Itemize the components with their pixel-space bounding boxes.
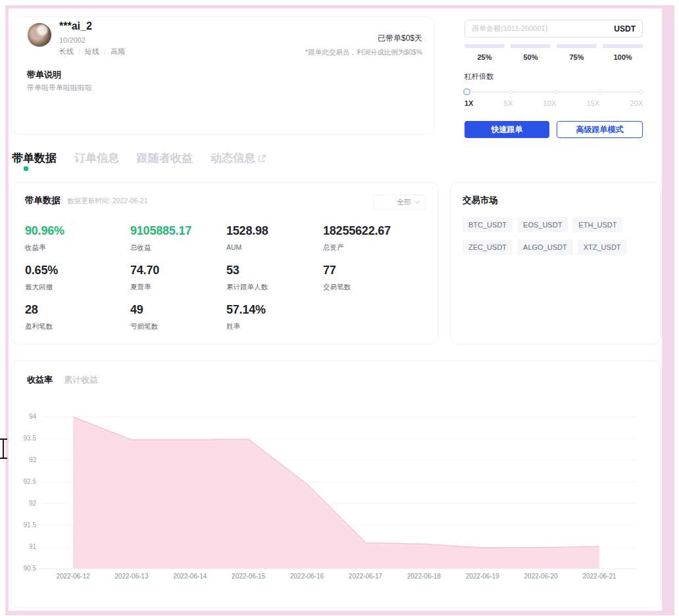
- percent-option-75[interactable]: 75%: [557, 44, 597, 61]
- stat-label: 最大回撤: [25, 283, 130, 292]
- leverage-marks: 1X 5X 10X 15X 20X: [465, 99, 643, 107]
- slider-tick[interactable]: [598, 90, 602, 94]
- chart-tabs: 收益率 累计收益: [12, 361, 661, 386]
- stats-filter-dropdown[interactable]: 全部: [373, 195, 426, 210]
- trader-username: ***ai_2: [59, 20, 92, 32]
- lead-desc-title: 带单说明: [27, 69, 61, 81]
- svg-text:90.5: 90.5: [24, 565, 37, 572]
- trader-profile-card: ***ai_2 10/2002 长线 短线 高频 已带单$0$天 *跟单此交易员…: [11, 16, 435, 135]
- main-tabs: 带单数据 订单信息 跟随者收益 动态信息: [12, 151, 266, 166]
- stat-label: 收益率: [25, 243, 130, 252]
- chart-tab-cumulative-profit[interactable]: 累计收益: [64, 374, 98, 386]
- stat-label: 累计跟单人数: [226, 283, 323, 292]
- percent-options: 25% 50% 75% 100%: [465, 44, 643, 61]
- percent-bar[interactable]: [465, 44, 505, 48]
- roi-area-chart: 90.59191.59292.59393.5942022-06-122022-0…: [12, 397, 662, 607]
- leverage-label: 杠杆倍数: [465, 72, 643, 82]
- leverage-mark[interactable]: 1X: [465, 99, 473, 107]
- external-link-icon: [258, 154, 266, 162]
- slider-tick[interactable]: [509, 90, 513, 94]
- follow-buttons: 快速跟单 高级跟单模式: [465, 121, 643, 138]
- tab-order-info[interactable]: 订单信息: [74, 151, 119, 166]
- markets-title: 交易市场: [463, 195, 649, 206]
- chart-tab-roi[interactable]: 收益率: [27, 374, 53, 386]
- tab-label: 动态信息: [211, 151, 255, 166]
- svg-text:2022-06-15: 2022-06-15: [232, 573, 266, 580]
- tab-follower-profit[interactable]: 跟随者收益: [137, 151, 193, 166]
- stat-item: 18255622.67 总资产: [323, 224, 425, 252]
- stat-value: 18255622.67: [323, 224, 425, 238]
- stat-label: 总资产: [323, 243, 425, 252]
- tab-label: 订单信息: [74, 151, 119, 166]
- trader-join-date: 10/2002: [59, 36, 86, 44]
- market-pair-chip[interactable]: ALGO_USDT: [517, 239, 573, 255]
- percent-bar[interactable]: [557, 44, 597, 48]
- svg-text:93.5: 93.5: [24, 435, 37, 442]
- trader-tags: 长线 短线 高频: [59, 47, 125, 57]
- stats-filter-value: 全部: [397, 197, 411, 207]
- follow-panel: 跟单金额(1011-200001) USDT 25% 50% 75% 100% …: [465, 20, 643, 138]
- text-cursor-artifact: [0, 438, 7, 459]
- percent-option-25[interactable]: 25%: [465, 44, 505, 61]
- tag-divider: [105, 49, 105, 55]
- market-pair-chip[interactable]: ZEC_USDT: [463, 239, 513, 255]
- quick-follow-button[interactable]: 快速跟单: [465, 121, 549, 138]
- svg-text:2022-06-17: 2022-06-17: [349, 573, 383, 580]
- follow-amount-input[interactable]: 跟单金额(1011-200001) USDT: [465, 20, 643, 37]
- trader-tag: 短线: [85, 47, 99, 57]
- leverage-mark[interactable]: 15X: [587, 99, 600, 107]
- amount-placeholder: 跟单金额(1011-200001): [472, 24, 614, 34]
- tag-divider: [79, 49, 80, 55]
- market-pair-chip[interactable]: BTC_USDT: [463, 217, 513, 233]
- stat-item: 74.70 夏普率: [130, 264, 226, 292]
- leverage-mark[interactable]: 20X: [630, 99, 643, 107]
- stat-value: 9105885.17: [130, 224, 226, 238]
- stats-updated-time: 数据更新时间: 2022-06-21: [67, 197, 148, 206]
- stat-value: 53: [226, 264, 323, 277]
- stats-header: 带单数据 数据更新时间: 2022-06-21 全部: [12, 183, 438, 206]
- percent-option-100[interactable]: 100%: [603, 44, 643, 61]
- tab-activity-info[interactable]: 动态信息: [211, 151, 266, 166]
- svg-text:92: 92: [29, 500, 37, 507]
- svg-text:2022-06-21: 2022-06-21: [582, 573, 616, 580]
- percent-bar[interactable]: [511, 44, 551, 48]
- stats-grid: 90.96% 收益率 9105885.17 总收益 1528.98 AUM 18…: [25, 224, 425, 331]
- stat-item: 77 交易笔数: [323, 264, 425, 292]
- leverage-mark[interactable]: 10X: [543, 99, 557, 107]
- leverage-mark[interactable]: 5X: [504, 99, 513, 107]
- stat-label: 交易笔数: [323, 283, 425, 292]
- percent-option-50[interactable]: 50%: [511, 44, 551, 61]
- stat-item: 28 盈利笔数: [25, 303, 130, 331]
- market-pair-chip[interactable]: EOS_USDT: [517, 217, 568, 233]
- percent-label: 75%: [557, 53, 597, 61]
- stat-value: 90.96%: [25, 224, 130, 238]
- advanced-follow-mode-button[interactable]: 高级跟单模式: [557, 121, 643, 138]
- market-pair-chip[interactable]: ETH_USDT: [572, 217, 622, 233]
- slider-tick[interactable]: [639, 90, 643, 94]
- slider-handle[interactable]: [463, 88, 470, 95]
- percent-bar[interactable]: [603, 44, 643, 48]
- chevron-down-icon: [415, 199, 420, 204]
- trader-tag: 长线: [59, 47, 74, 57]
- tab-lead-data[interactable]: 带单数据: [12, 151, 57, 166]
- stat-label: 盈利笔数: [25, 322, 130, 331]
- stat-value: 49: [130, 303, 226, 317]
- stat-item: 9105885.17 总收益: [130, 224, 226, 252]
- stat-item: 57.14% 胜率: [226, 303, 323, 331]
- stats-title: 带单数据: [25, 195, 61, 206]
- svg-text:91.5: 91.5: [24, 521, 37, 529]
- stat-item: 90.96% 收益率: [25, 224, 130, 252]
- stat-value: 57.14%: [226, 303, 323, 317]
- stat-value: 74.70: [130, 264, 226, 277]
- leverage-slider[interactable]: [465, 88, 643, 96]
- stat-item: 0.65% 最大回撤: [25, 264, 130, 292]
- slider-tick[interactable]: [554, 90, 558, 94]
- tab-label: 带单数据: [12, 151, 57, 166]
- svg-text:2022-06-19: 2022-06-19: [466, 573, 500, 580]
- profit-share-note: *跟单此交易员，利润分成比例为$0$%: [305, 48, 422, 57]
- lead-desc-text: 带单啦带单啦啦啦啦: [27, 83, 92, 93]
- market-pair-chip[interactable]: XTZ_USDT: [578, 239, 627, 255]
- market-pairs: BTC_USDT EOS_USDT ETH_USDT ZEC_USDT ALGO…: [463, 217, 649, 255]
- svg-text:2022-06-12: 2022-06-12: [56, 573, 90, 580]
- stat-item: 1528.98 AUM: [226, 224, 323, 252]
